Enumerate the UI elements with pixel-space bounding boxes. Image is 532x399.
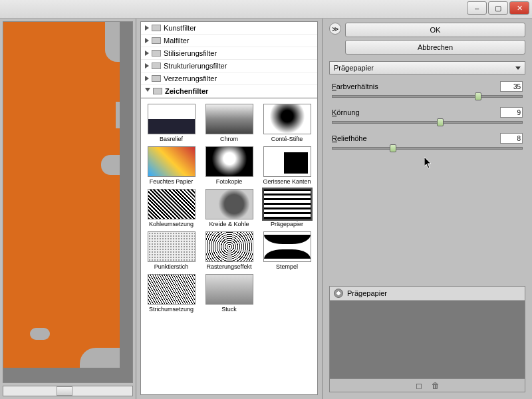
- filter-dropdown[interactable]: Prägepapier: [329, 61, 525, 74]
- disclosure-icon: [145, 76, 149, 81]
- preview-canvas: [3, 22, 120, 368]
- thumb-image: [263, 189, 311, 219]
- filter-thumb[interactable]: Kohleumsetzung: [144, 189, 199, 227]
- thumb-label: Fotokopie: [201, 178, 257, 185]
- thumb-label: Prägepapier: [259, 221, 315, 227]
- maximize-button[interactable]: ▢: [488, 1, 508, 15]
- thumb-image: [205, 189, 253, 219]
- visibility-icon[interactable]: [334, 289, 343, 298]
- slider-reliefhoehe: Reliefhöhe: [329, 133, 525, 152]
- category-label: Malfilter: [164, 37, 190, 45]
- disclosure-icon: [145, 63, 149, 68]
- dropdown-value: Prägepapier: [334, 64, 374, 72]
- thumbnail-area: BasreliefChromConté-StifteFeuchtes Papie…: [140, 98, 318, 395]
- thumb-label: Kreide & Kohle: [201, 221, 257, 227]
- filter-thumb[interactable]: Strichumsetzung: [144, 274, 199, 313]
- thumb-image: [263, 104, 311, 134]
- category-label: Zeichenfilter: [165, 87, 208, 95]
- category-label: Verzerrungsfilter: [164, 74, 217, 82]
- window-titlebar: – ▢ ✕: [0, 0, 532, 19]
- category-item[interactable]: Strukturierungsfilter: [141, 60, 317, 72]
- thumb-image: [148, 146, 196, 177]
- category-item[interactable]: Stilisierungsfilter: [141, 47, 317, 60]
- collapse-icon[interactable]: ≫: [329, 23, 341, 35]
- folder-icon: [152, 75, 161, 82]
- settings-pane: ≫ OK Abbrechen Prägepapier Farbverhältni…: [323, 19, 532, 399]
- thumb-image: [205, 274, 253, 305]
- slider-label: Farbverhältnis: [332, 82, 378, 90]
- folder-icon: [152, 37, 161, 44]
- folder-icon: [152, 63, 161, 69]
- category-list: KunstfilterMalfilterStilisierungsfilterS…: [140, 21, 318, 98]
- thumb-image: [205, 231, 253, 262]
- folder-icon: [153, 88, 162, 94]
- folder-icon: [152, 50, 161, 57]
- effect-layer-footer: ◻ 🗑: [330, 378, 525, 392]
- thumb-image: [263, 146, 311, 177]
- thumb-label: Chrom: [201, 136, 257, 142]
- preview-viewport[interactable]: [3, 21, 133, 383]
- slider-label: Körnung: [332, 108, 360, 116]
- category-label: Stilisierungsfilter: [164, 49, 217, 57]
- close-button[interactable]: ✕: [509, 1, 529, 15]
- category-item[interactable]: Malfilter: [141, 35, 317, 47]
- filter-pane: KunstfilterMalfilterStilisierungsfilterS…: [136, 19, 323, 399]
- filter-thumb[interactable]: Feuchtes Papier: [144, 146, 199, 185]
- folder-icon: [152, 25, 161, 31]
- filter-thumb[interactable]: Conté-Stifte: [259, 104, 315, 142]
- thumb-label: Gerissene Kanten: [259, 178, 315, 185]
- filter-thumb[interactable]: Punktierstich: [144, 231, 199, 270]
- ok-button[interactable]: OK: [345, 23, 525, 37]
- preview-hscroll[interactable]: [3, 386, 133, 396]
- cancel-button[interactable]: Abbrechen: [345, 40, 525, 55]
- slider-value-input[interactable]: [500, 81, 523, 92]
- filter-thumb[interactable]: Stuck: [201, 274, 257, 313]
- category-label: Strukturierungsfilter: [164, 62, 227, 70]
- effect-layer-stack: [330, 301, 525, 378]
- filter-thumb[interactable]: Chrom: [201, 104, 257, 142]
- slider-farbverhaeltnis: Farbverhältnis: [329, 81, 525, 100]
- effect-layer-row[interactable]: Prägepapier: [330, 287, 525, 301]
- category-label: Kunstfilter: [164, 24, 196, 32]
- thumb-label: Conté-Stifte: [259, 136, 315, 142]
- thumb-image: [263, 231, 311, 262]
- filter-thumb[interactable]: Fotokopie: [201, 146, 257, 185]
- thumb-label: Stuck: [201, 306, 257, 313]
- thumb-image: [148, 189, 196, 219]
- new-layer-icon[interactable]: ◻: [416, 381, 422, 390]
- disclosure-icon: [145, 38, 149, 43]
- disclosure-icon: [145, 25, 149, 31]
- disclosure-icon: [145, 88, 150, 94]
- thumb-image: [205, 146, 253, 177]
- thumb-label: Rasterungseffekt: [201, 263, 257, 270]
- filter-thumb[interactable]: Rasterungseffekt: [201, 231, 257, 270]
- minimize-button[interactable]: –: [467, 1, 487, 15]
- thumb-image: [205, 104, 253, 134]
- filter-thumb[interactable]: Kreide & Kohle: [201, 189, 257, 227]
- slider-track[interactable]: [332, 147, 523, 150]
- filter-thumb[interactable]: Basrelief: [144, 104, 199, 142]
- category-item[interactable]: Kunstfilter: [141, 22, 317, 35]
- effect-layer-name: Prägepapier: [347, 289, 387, 297]
- disclosure-icon: [145, 51, 149, 56]
- thumb-label: Strichumsetzung: [144, 306, 199, 313]
- thumb-image: [148, 104, 196, 134]
- filter-thumb[interactable]: Stempel: [259, 231, 315, 270]
- filter-thumb[interactable]: Prägepapier: [259, 189, 315, 227]
- effect-layers-panel: Prägepapier ◻ 🗑: [329, 286, 525, 392]
- slider-track[interactable]: [332, 121, 523, 124]
- category-item[interactable]: Zeichenfilter: [141, 85, 317, 98]
- trash-icon[interactable]: 🗑: [432, 381, 440, 390]
- slider-value-input[interactable]: [500, 133, 523, 144]
- preview-pane: [0, 19, 136, 399]
- slider-track[interactable]: [332, 95, 523, 98]
- thumb-label: Punktierstich: [144, 263, 199, 270]
- filter-thumb[interactable]: Gerissene Kanten: [259, 146, 315, 185]
- slider-label: Reliefhöhe: [332, 134, 367, 142]
- thumb-label: Basrelief: [144, 136, 199, 142]
- category-item[interactable]: Verzerrungsfilter: [141, 72, 317, 85]
- slider-koernung: Körnung: [329, 107, 525, 126]
- thumb-image: [148, 274, 196, 305]
- slider-value-input[interactable]: [500, 107, 523, 118]
- thumb-label: Stempel: [259, 263, 315, 270]
